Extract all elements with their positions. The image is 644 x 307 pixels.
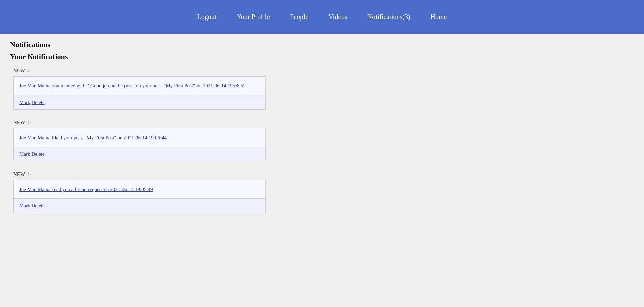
notification-card: Joe Man Mama commented with, "Good job o… (13, 76, 266, 110)
page-content: Notifications Your Notifications NEW ->J… (0, 34, 644, 230)
notification-actions: MarkDelete (14, 199, 265, 213)
new-label: NEW -> (13, 171, 634, 177)
videos-link[interactable]: Videos (328, 13, 347, 21)
home-link[interactable]: Home (431, 13, 447, 21)
notification-message-link[interactable]: Joe Man Mama commented with, "Good job o… (19, 83, 246, 88)
new-label: NEW -> (13, 68, 634, 74)
notification-message: Joe Man Mama commented with, "Good job o… (14, 77, 265, 95)
notification-group: NEW ->Joe Man Mama send you a friend req… (10, 171, 634, 213)
notifications-container: NEW ->Joe Man Mama commented with, "Good… (10, 68, 634, 213)
mark-link[interactable]: Mark (19, 100, 30, 105)
notification-message: Joe Man Mama send you a friend request o… (14, 180, 265, 199)
notification-message-link[interactable]: Joe Man Mama send you a friend request o… (19, 187, 153, 192)
mark-link[interactable]: Mark (19, 203, 30, 208)
notification-card: Joe Man Mama liked your post, "My First … (13, 128, 266, 161)
section-title: Your Notifications (10, 52, 634, 61)
notification-actions: MarkDelete (14, 95, 265, 109)
notification-group: NEW ->Joe Man Mama liked your post, "My … (10, 120, 634, 161)
your-profile-link[interactable]: Your Profile (237, 13, 270, 21)
mark-link[interactable]: Mark (19, 151, 30, 157)
delete-link[interactable]: Delete (32, 151, 45, 157)
delete-link[interactable]: Delete (32, 100, 45, 105)
page-title: Notifications (10, 40, 634, 49)
delete-link[interactable]: Delete (32, 203, 45, 208)
main-nav: LogoutYour ProfilePeopleVideosNotificati… (0, 0, 644, 34)
notification-actions: MarkDelete (14, 147, 265, 161)
notifications-link[interactable]: Notifications(3) (367, 13, 410, 21)
logout-link[interactable]: Logout (197, 13, 217, 21)
notification-message-link[interactable]: Joe Man Mama liked your post, "My First … (19, 135, 167, 140)
notification-message: Joe Man Mama liked your post, "My First … (14, 128, 265, 147)
notification-group: NEW ->Joe Man Mama commented with, "Good… (10, 68, 634, 110)
people-link[interactable]: People (290, 13, 308, 21)
notification-card: Joe Man Mama send you a friend request o… (13, 180, 266, 213)
new-label: NEW -> (13, 120, 634, 125)
